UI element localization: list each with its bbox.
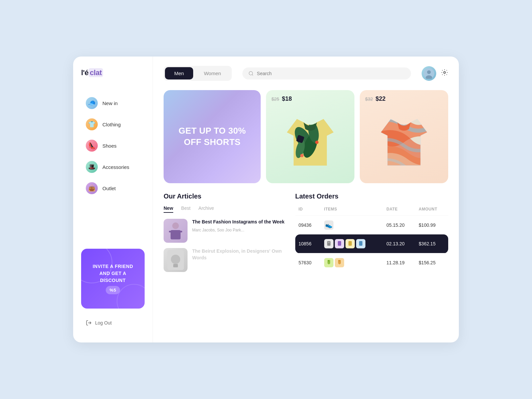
svg-point-1: [249, 71, 253, 75]
svg-point-6: [444, 71, 446, 73]
product-card-2[interactable]: $32 $22: [360, 90, 448, 183]
nav-menu: 🧢 New in 👕 Clothing 👠 Shoes 🎩 Accessorie…: [81, 93, 145, 241]
svg-rect-20: [169, 231, 173, 232]
orders-section: Latest Orders ID ITEMS DATE AMOUNT 09436: [295, 193, 448, 277]
article-tab-best[interactable]: Best: [181, 205, 191, 213]
gender-tabs: Men Women: [164, 66, 232, 81]
product-card-1[interactable]: $25 $18: [266, 90, 354, 183]
item-icon-3b: [337, 260, 342, 265]
search-icon: [248, 71, 254, 76]
order-id-2: 10856: [295, 234, 321, 253]
item-chip-3a: [324, 258, 333, 267]
order-row-2[interactable]: 10856: [295, 234, 448, 253]
item-chip-2c: [345, 239, 355, 248]
promo-card[interactable]: INVITE A FRIEND AND GET A DISCOUNT %5: [81, 249, 145, 309]
logo: l'éclat: [81, 68, 145, 77]
app-container: l'éclat 🧢 New in 👕 Clothing 👠 Shoes 🎩 Ac…: [73, 57, 459, 342]
sidebar-item-clothing[interactable]: 👕 Clothing: [81, 114, 145, 134]
article-tab-archive[interactable]: Archive: [199, 205, 214, 213]
shirt-svg-2: [377, 112, 431, 172]
product-image-2: [365, 106, 443, 178]
sidebar-item-accessories[interactable]: 🎩 Accessories: [81, 157, 145, 177]
svg-point-18: [172, 222, 179, 229]
sidebar-item-label-clothing: Clothing: [102, 122, 121, 127]
tab-men[interactable]: Men: [165, 67, 193, 79]
promo-badge: %5: [106, 286, 120, 295]
hero-section: GET UP TO 30% OFF SHORTS $25 $18: [164, 90, 448, 183]
promo-line3: DISCOUNT: [93, 277, 133, 284]
bottom-section: Our Articles New Best Archive: [164, 193, 448, 277]
outlet-icon: 👜: [86, 182, 98, 194]
avatar-image: [424, 68, 434, 79]
item-chip-3b: [335, 258, 344, 267]
svg-point-23: [171, 255, 180, 264]
svg-point-4: [427, 70, 431, 74]
sidebar: l'éclat 🧢 New in 👕 Clothing 👠 Shoes 🎩 Ac…: [73, 57, 153, 342]
logout-icon: [86, 320, 92, 326]
shoes-icon: 👠: [86, 140, 98, 152]
search-input[interactable]: [257, 71, 405, 76]
sidebar-item-label-new-in: New in: [102, 100, 118, 106]
svg-rect-28: [348, 241, 352, 246]
sidebar-item-shoes[interactable]: 👠 Shoes: [81, 136, 145, 156]
order-date-3: 11.28.19: [383, 253, 415, 272]
header: Men Women: [164, 66, 448, 81]
order-row-3[interactable]: 57630: [295, 253, 448, 272]
sidebar-item-label-shoes: Shoes: [102, 143, 117, 149]
settings-icon[interactable]: [441, 69, 448, 78]
hero-banner[interactable]: GET UP TO 30% OFF SHORTS: [164, 90, 261, 183]
sidebar-item-outlet[interactable]: 👜 Outlet: [81, 178, 145, 198]
orders-table: ID ITEMS DATE AMOUNT 09436: [295, 207, 448, 272]
price-tag-2: $32 $22: [365, 95, 443, 102]
item-icon-3a: [327, 260, 331, 265]
svg-rect-26: [328, 242, 330, 243]
svg-rect-21: [178, 231, 182, 232]
logout-label: Log Out: [95, 320, 112, 326]
order-amount-3: $156.25: [415, 253, 448, 272]
order-id-3: 57630: [295, 253, 321, 272]
sidebar-item-new-in[interactable]: 🧢 New in: [81, 93, 145, 113]
order-items-3: [321, 253, 383, 272]
svg-line-2: [252, 74, 253, 75]
order-id-1: 09436: [295, 216, 321, 235]
article-tab-new[interactable]: New: [164, 205, 173, 213]
header-actions: [422, 66, 448, 81]
order-items-1: 👟: [321, 216, 383, 235]
col-items: ITEMS: [321, 207, 383, 216]
orders-heading: Latest Orders: [295, 193, 448, 200]
item-chip-2b: [335, 239, 344, 248]
svg-rect-27: [338, 241, 341, 246]
col-id: ID: [295, 207, 321, 216]
hero-banner-text: GET UP TO 30% OFF SHORTS: [174, 125, 251, 148]
price-new-2: $22: [376, 95, 386, 102]
item-icon-2c: [348, 241, 352, 246]
logout-button[interactable]: Log Out: [81, 315, 145, 331]
sidebar-item-label-accessories: Accessories: [102, 164, 129, 170]
promo-line2: AND GET A: [93, 270, 133, 277]
order-date-1: 05.15.20: [383, 216, 415, 235]
svg-rect-31: [339, 260, 339, 261]
article-content-1: The Best Fashion Instagrams of the Week …: [192, 219, 284, 233]
order-items-2: [321, 234, 383, 253]
svg-point-14: [315, 141, 319, 144]
item-icon-2d: [358, 241, 363, 246]
clothing-icon: 👕: [86, 118, 98, 130]
item-chip-2d: [356, 239, 365, 248]
articles-heading: Our Articles: [164, 193, 287, 200]
price-tag-1: $25 $18: [271, 95, 349, 102]
price-old-2: $32: [365, 96, 373, 102]
svg-rect-30: [328, 260, 329, 261]
shirt-svg-1: [284, 112, 337, 172]
order-amount-1: $100.99: [415, 216, 448, 235]
article-item-1[interactable]: The Best Fashion Instagrams of the Week …: [164, 219, 287, 243]
tab-women[interactable]: Women: [195, 67, 230, 79]
shoe-emoji: 👟: [325, 221, 332, 229]
logo-highlight: clat: [88, 68, 103, 77]
order-row-1[interactable]: 09436 👟 05.15.20 $100.99: [295, 216, 448, 235]
article-item-2[interactable]: The Beirut Explosion, in Designers' Own …: [164, 248, 287, 272]
price-new-1: $18: [282, 95, 292, 102]
item-icon-2a: [327, 241, 331, 246]
article-image-2: [167, 250, 184, 270]
order-date-2: 02.13.20: [383, 234, 415, 253]
avatar: [422, 66, 436, 81]
